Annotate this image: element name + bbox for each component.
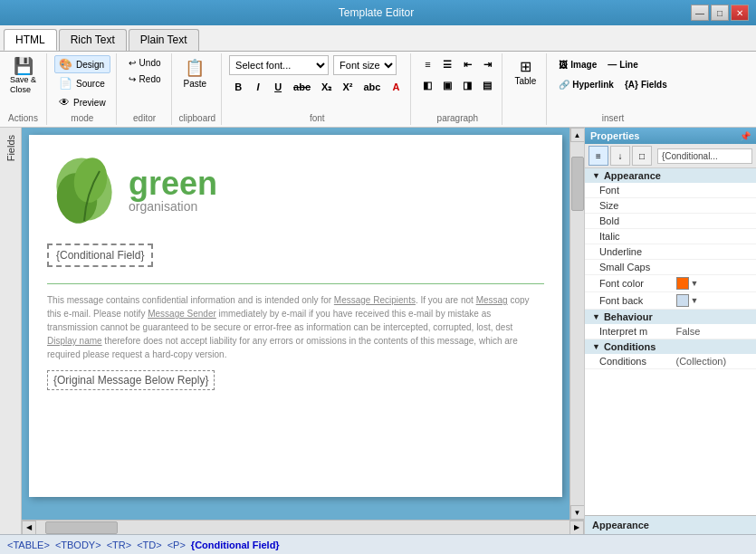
fields-sidebar: Fields: [0, 128, 22, 534]
horizontal-scrollbar[interactable]: ◀ ▶: [22, 520, 584, 534]
scroll-down-arrow[interactable]: ▼: [570, 505, 585, 520]
properties-pin-icon[interactable]: 📌: [740, 131, 751, 141]
bold-prop-label: Bold: [599, 215, 676, 226]
align-center-button[interactable]: ▣: [438, 76, 456, 94]
list-unordered-button[interactable]: ≡: [418, 55, 436, 73]
scroll-left-arrow[interactable]: ◀: [22, 521, 36, 535]
underline-button[interactable]: U: [269, 78, 287, 96]
canvas-scroll[interactable]: green organisation {Conditional Field} T…: [22, 128, 569, 520]
conditional-field-box[interactable]: {Conditional Field}: [47, 244, 153, 267]
main-content: Fields: [0, 128, 756, 534]
behaviour-section-header[interactable]: ▼ Behaviour: [585, 310, 756, 324]
message-recipients-link[interactable]: Message Recipients: [334, 295, 416, 305]
status-tag-tr[interactable]: <TR>: [107, 540, 132, 550]
status-tag-p[interactable]: <P>: [167, 540, 186, 550]
design-icon: 🎨: [59, 58, 72, 71]
save-close-button[interactable]: 💾 Save &Close: [5, 55, 41, 98]
fontback-swatch[interactable]: [676, 294, 689, 307]
undo-icon: ↩: [129, 58, 136, 68]
underline-prop-row[interactable]: Underline: [585, 244, 756, 260]
fontback-prop-row[interactable]: Font back ▼: [585, 292, 756, 310]
source-icon: 📄: [59, 77, 72, 90]
paste-button[interactable]: 📋 Paste: [179, 55, 212, 91]
align-left-button[interactable]: ◧: [418, 76, 436, 94]
italic-button[interactable]: I: [249, 78, 267, 96]
fontback-dropdown-icon[interactable]: ▼: [691, 296, 699, 305]
align-justify-button[interactable]: ▤: [478, 76, 496, 94]
tab-html[interactable]: HTML: [4, 29, 57, 51]
font-prop-row[interactable]: Font: [585, 183, 756, 198]
source-button[interactable]: 📄 Source: [54, 74, 110, 92]
size-prop-row[interactable]: Size: [585, 198, 756, 214]
interpret-prop-value: False: [676, 326, 753, 337]
status-tag-tbody[interactable]: <TBODY>: [55, 540, 101, 550]
superscript-button[interactable]: X²: [338, 78, 357, 96]
hyperlink-icon: 🔗: [559, 80, 569, 90]
indent-button[interactable]: ⇥: [478, 55, 496, 73]
hyperlink-button[interactable]: 🔗 Hyperlink: [554, 75, 618, 93]
prop-categorized-btn[interactable]: ≡: [589, 146, 608, 166]
outdent-button[interactable]: ⇤: [458, 55, 476, 73]
redo-button[interactable]: ↪ Redo: [124, 72, 166, 87]
appearance-section-header[interactable]: ▼ Appearance: [585, 168, 756, 183]
font-color-button[interactable]: A: [387, 78, 405, 96]
tab-richtext[interactable]: Rich Text: [59, 29, 127, 51]
original-message-field[interactable]: {Original Message Below Reply}: [47, 370, 215, 390]
prop-alpha-btn[interactable]: ↓: [610, 146, 630, 166]
preview-button[interactable]: 👁 Preview: [54, 93, 110, 111]
vertical-scrollbar[interactable]: ▲ ▼: [569, 128, 584, 520]
design-button[interactable]: 🎨 Design: [54, 55, 110, 73]
smallcaps-prop-row[interactable]: Small Caps: [585, 260, 756, 275]
conditions-prop-row[interactable]: Conditions (Collection): [585, 354, 756, 369]
editor-group-label: editor: [124, 113, 166, 123]
status-tag-conditional[interactable]: {Conditional Field}: [191, 540, 280, 550]
minimize-button[interactable]: —: [691, 5, 709, 21]
tab-plaintext[interactable]: Plain Text: [129, 29, 199, 51]
strikethrough-button[interactable]: abc: [289, 78, 315, 96]
properties-header-label: Properties: [590, 130, 639, 141]
font-select[interactable]: Select font...: [229, 55, 329, 75]
conditions-section-header[interactable]: ▼ Conditions: [585, 339, 756, 354]
tab-bar: HTML Rich Text Plain Text: [0, 25, 756, 52]
undo-button[interactable]: ↩ Undo: [124, 55, 166, 71]
status-tag-table[interactable]: <TABLE>: [7, 540, 50, 550]
fontcolor-prop-row[interactable]: Font color ▼: [585, 275, 756, 292]
align-right-button[interactable]: ◨: [458, 76, 476, 94]
fontcolor-prop-value: ▼: [676, 277, 753, 290]
list-ordered-button[interactable]: ☰: [438, 55, 456, 73]
fontcolor-swatch[interactable]: [676, 277, 689, 290]
hscroll-thumb[interactable]: [45, 521, 118, 534]
scroll-right-arrow[interactable]: ▶: [569, 521, 584, 535]
prop-pages-btn[interactable]: □: [632, 146, 652, 166]
display-name-link[interactable]: Display name: [47, 336, 102, 346]
bold-prop-row[interactable]: Bold: [585, 214, 756, 229]
line-button[interactable]: — Line: [603, 55, 643, 73]
highlight-button[interactable]: abc: [359, 78, 385, 96]
font-size-select[interactable]: Font size...: [333, 55, 397, 75]
fontback-prop-value: ▼: [676, 294, 753, 307]
preview-label: Preview: [73, 98, 106, 108]
table-button[interactable]: ⊞ Table: [510, 55, 541, 89]
message-sender-link[interactable]: Message Sender: [148, 309, 216, 319]
italic-prop-row[interactable]: Italic: [585, 229, 756, 244]
close-button[interactable]: ✕: [731, 5, 749, 21]
ribbon-group-mode: 🎨 Design 📄 Source 👁 Preview mode: [53, 53, 117, 125]
redo-icon: ↪: [129, 74, 136, 84]
status-tag-td[interactable]: <TD>: [137, 540, 162, 550]
interpret-prop-row[interactable]: Interpret m False: [585, 324, 756, 339]
subscript-button[interactable]: X₂: [317, 78, 336, 96]
message-not-link[interactable]: Messag: [476, 295, 508, 305]
scroll-up-arrow[interactable]: ▲: [570, 128, 585, 142]
fields-button[interactable]: {A} Fields: [620, 75, 672, 93]
fontcolor-dropdown-icon[interactable]: ▼: [691, 279, 699, 288]
preview-icon: 👁: [59, 96, 70, 109]
size-prop-label: Size: [599, 200, 676, 211]
maximize-button[interactable]: □: [711, 5, 729, 21]
fontcolor-prop-label: Font color: [599, 278, 676, 289]
scroll-thumb[interactable]: [571, 157, 584, 211]
image-button[interactable]: 🖼 Image: [554, 55, 601, 73]
interpret-prop-label: Interpret m: [599, 326, 676, 337]
bold-button[interactable]: B: [229, 78, 247, 96]
source-label: Source: [76, 79, 105, 89]
appearance-arrow-icon: ▼: [592, 171, 600, 180]
